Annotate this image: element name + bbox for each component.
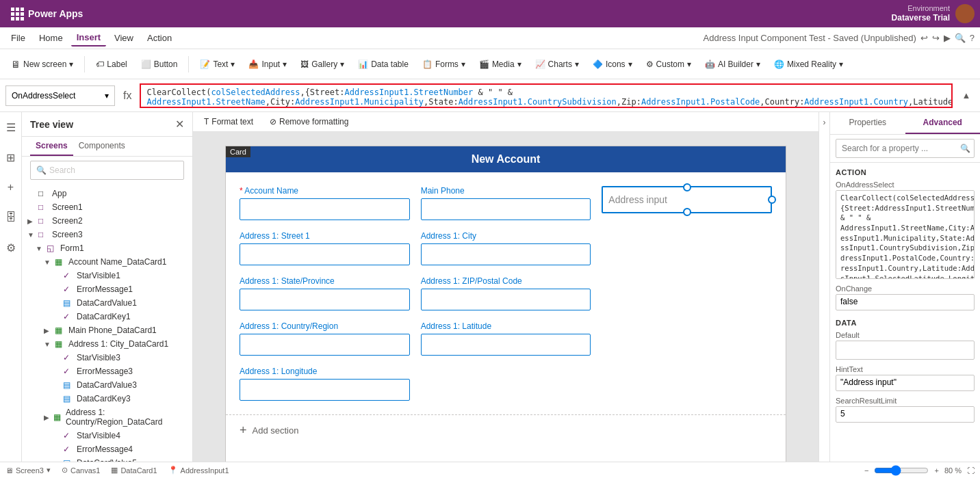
hamburger-icon[interactable]: ☰	[1, 118, 21, 137]
tree-item-datacardvalue3[interactable]: ▤ DataCardValue3	[22, 378, 192, 392]
zoom-slider[interactable]	[874, 465, 929, 476]
tree-item-errormessage4[interactable]: ✓ ErrorMessage4	[22, 442, 192, 456]
tree-item-errormessage1[interactable]: ✓ ErrorMessage1	[22, 282, 192, 296]
address-input-field[interactable]: Address input	[602, 186, 772, 213]
mixed-reality-button[interactable]: 🌐 Mixed Reality ▾	[769, 57, 849, 72]
left-sidebar-icons: ☰ ⊞ + 🗄 ⚙	[0, 112, 22, 478]
input-button[interactable]: 📥 Input ▾	[243, 57, 292, 72]
tree-search-input[interactable]: 🔍 Search	[30, 161, 184, 180]
value-searchresultlimit[interactable]: 5	[836, 406, 975, 423]
formula-input[interactable]: ClearCollect(colSelectedAddress,{Street:…	[140, 83, 953, 108]
status-addressinput[interactable]: 📍 AddressInput1	[168, 466, 229, 475]
tree-item-screen3[interactable]: ▼ □ Screen3	[22, 228, 192, 241]
app-logo[interactable]: Power Apps	[5, 8, 88, 21]
tree-item-screen1[interactable]: □ Screen1	[22, 200, 192, 214]
remove-formatting-button[interactable]: ⊘ Remove formatting	[264, 115, 354, 129]
tree-item-mainphone-datacard[interactable]: ▶ ▦ Main Phone_DataCard1	[22, 323, 192, 337]
tree-item-starvisible4[interactable]: ✓ StarVisible4	[22, 429, 192, 442]
tree-item-app[interactable]: □ App	[22, 187, 192, 200]
label-hinttext: HintText	[836, 365, 975, 373]
menu-home[interactable]: Home	[34, 30, 68, 46]
zoom-increase-icon[interactable]: +	[934, 466, 938, 475]
charts-button[interactable]: 📈 Charts ▾	[530, 57, 584, 72]
menu-view[interactable]: View	[109, 30, 139, 46]
gallery-button[interactable]: 🖼 Gallery ▾	[295, 57, 350, 72]
label-button[interactable]: 🏷 Label	[90, 57, 132, 72]
settings-icon[interactable]: ⚙	[1, 238, 21, 257]
tree-item-datacardvalue1[interactable]: ▤ DataCardValue1	[22, 296, 192, 310]
value-hinttext[interactable]: "Address input"	[836, 375, 975, 391]
tree-close-button[interactable]: ✕	[175, 118, 184, 131]
tree-item-starvisible3[interactable]: ✓ StarVisible3	[22, 351, 192, 364]
datatable-button[interactable]: 📊 Data table	[352, 57, 414, 72]
field-hinttext: HintText "Address input"	[836, 365, 975, 391]
formula-expand-button[interactable]: ▲	[958, 88, 975, 104]
layers-icon[interactable]: ⊞	[1, 148, 21, 167]
input-latitude[interactable]	[421, 334, 591, 356]
input-state[interactable]	[240, 289, 410, 310]
tab-components[interactable]: Components	[73, 137, 131, 156]
input-street1[interactable]	[240, 243, 410, 265]
value-onchange[interactable]: false	[836, 294, 975, 310]
tree-item-datacardkey3[interactable]: ▤ DataCardKey3	[22, 392, 192, 406]
tab-properties[interactable]: Properties	[830, 112, 905, 134]
tree-view-content: □ App □ Screen1 ▶ □ Screen2 ▼ □ Screen3	[22, 184, 192, 478]
icons-label: Icons	[606, 59, 626, 69]
tab-screens[interactable]: Screens	[30, 137, 73, 156]
custom-button[interactable]: ⚙ Custom ▾	[641, 57, 697, 72]
status-canvas[interactable]: ⊙ Canvas1	[62, 466, 100, 475]
add-section-button[interactable]: + Add section	[226, 414, 786, 446]
status-datacard[interactable]: ▦ DataCard1	[111, 466, 157, 475]
search-user-icon[interactable]: 🔍	[955, 33, 966, 43]
charts-dropdown-icon: ▾	[575, 59, 579, 69]
tree-item-city-datacard[interactable]: ▼ ▦ Address 1: City_DataCard1	[22, 337, 192, 351]
input-account-name[interactable]	[240, 198, 410, 220]
play-icon[interactable]: ▶	[944, 33, 951, 43]
input-longitude[interactable]	[240, 379, 410, 401]
tree-item-datacardkey1[interactable]: ✓ DataCardKey1	[22, 310, 192, 323]
toolbar: 🖥 New screen ▾ 🏷 Label ⬜ Button 📝 Text ▾…	[0, 49, 980, 79]
handle-bottom[interactable]	[683, 208, 691, 216]
tree-item-form1[interactable]: ▼ ◱ Form1	[22, 241, 192, 255]
value-default[interactable]	[836, 341, 975, 360]
tab-advanced[interactable]: Advanced	[905, 112, 981, 134]
right-collapse[interactable]: ›	[818, 112, 829, 478]
handle-right[interactable]	[768, 196, 776, 204]
user-avatar[interactable]	[955, 4, 975, 23]
new-screen-button[interactable]: 🖥 New screen ▾	[5, 56, 79, 72]
redo-icon[interactable]: ↪	[932, 33, 940, 43]
menu-insert[interactable]: Insert	[71, 29, 106, 47]
undo-icon[interactable]: ↩	[920, 33, 928, 43]
icons-button[interactable]: 🔷 Icons ▾	[587, 57, 638, 72]
fit-icon[interactable]: ⛶	[967, 466, 975, 475]
input-country[interactable]	[240, 334, 410, 356]
input-city[interactable]	[421, 243, 591, 265]
status-screen[interactable]: 🖥 Screen3 ▾	[5, 466, 51, 475]
menu-action[interactable]: Action	[142, 30, 177, 46]
media-button[interactable]: 🎬 Media ▾	[474, 57, 527, 72]
insert-icon[interactable]: +	[1, 178, 21, 197]
menu-file[interactable]: File	[5, 30, 31, 46]
ai-builder-button[interactable]: 🤖 AI Builder ▾	[699, 57, 766, 72]
screen-icon: □	[38, 216, 49, 226]
tree-item-starvisible1[interactable]: ✓ StarVisible1	[22, 269, 192, 282]
button-button[interactable]: ⬜ Button	[136, 57, 183, 72]
datatable-label: Data table	[371, 59, 409, 69]
label-onchange: OnChange	[836, 284, 975, 293]
format-text-button[interactable]: T Format text	[198, 115, 259, 129]
value-onaddressselect[interactable]: ClearCollect(colSelectedAddress, {Street…	[836, 190, 975, 279]
data-icon[interactable]: 🗄	[1, 208, 21, 227]
handle-top[interactable]	[683, 183, 691, 191]
tree-item-errormessage3[interactable]: ✓ ErrorMessage3	[22, 364, 192, 378]
zoom-decrease-icon[interactable]: −	[864, 466, 868, 475]
tree-item-account-datacard[interactable]: ▼ ▦ Account Name_DataCard1	[22, 255, 192, 269]
tree-item-country-datacard[interactable]: ▶ ▦ Address 1: Country/Region_DataCard	[22, 406, 192, 429]
formula-selector[interactable]: OnAddressSelect ▾	[5, 85, 115, 106]
props-search-input[interactable]	[836, 139, 975, 158]
tree-item-screen2[interactable]: ▶ □ Screen2	[22, 214, 192, 228]
input-main-phone[interactable]	[421, 198, 591, 220]
forms-button[interactable]: 📋 Forms ▾	[417, 57, 471, 72]
input-zip[interactable]	[421, 289, 591, 310]
text-button[interactable]: 📝 Text ▾	[194, 57, 240, 72]
help-icon[interactable]: ?	[970, 33, 975, 43]
